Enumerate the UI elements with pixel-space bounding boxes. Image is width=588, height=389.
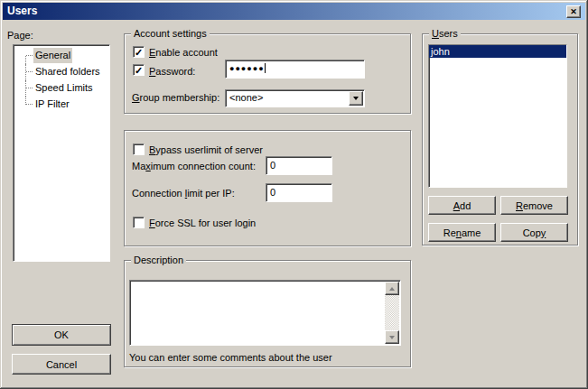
remove-button-label: Remove	[516, 200, 553, 211]
password-masked-value: ●●●●●●	[229, 64, 265, 73]
page-label: Page:	[7, 30, 33, 41]
add-button[interactable]: Add	[428, 196, 496, 215]
scroll-up-icon	[389, 287, 395, 291]
users-group-title: Users	[429, 28, 461, 40]
users-dialog: Users ✕ Page: General Shared folders Spe…	[0, 0, 588, 389]
max-connection-value: 0	[270, 160, 275, 171]
connection-limit-input[interactable]: 0	[266, 183, 332, 202]
add-button-label: Add	[453, 200, 471, 211]
account-settings-group: Account settings ✓ Enable account ✓ Pass…	[124, 33, 411, 114]
cancel-button-label: Cancel	[46, 359, 77, 370]
tree-line	[26, 104, 33, 105]
enable-account-label: Enable account	[149, 47, 218, 58]
user-name: john	[431, 46, 450, 57]
account-settings-title: Account settings	[131, 28, 210, 40]
scroll-up-button[interactable]	[385, 282, 399, 295]
connection-settings-group: Bypass userlimit of server Maximum conne…	[124, 130, 411, 246]
password-label: Password:	[149, 66, 195, 77]
tree-line	[25, 64, 26, 80]
description-hint: You can enter some comments about the us…	[129, 352, 332, 363]
tree-line	[26, 88, 33, 88]
group-membership-label: Group membership:	[132, 92, 219, 103]
copy-button[interactable]: Copy	[500, 223, 568, 242]
check-icon: ✓	[134, 65, 144, 75]
users-group: Users john Add Remove Rename Copy	[422, 33, 578, 245]
tree-line	[25, 56, 26, 64]
close-button[interactable]: ✕	[566, 5, 581, 18]
bypass-userlimit-label: Bypass userlimit of server	[149, 144, 263, 155]
remove-button[interactable]: Remove	[500, 196, 568, 215]
tree-item-label: Shared folders	[33, 64, 102, 79]
close-icon: ✕	[570, 8, 577, 16]
window-title: Users	[7, 5, 37, 17]
scroll-down-icon	[389, 336, 395, 339]
list-item-user[interactable]: john	[429, 45, 566, 58]
max-connection-input[interactable]: 0	[266, 156, 332, 175]
password-checkbox[interactable]: ✓	[133, 64, 145, 76]
force-ssl-label: Force SSL for user login	[149, 218, 256, 228]
password-input[interactable]: ●●●●●●	[225, 60, 365, 79]
enable-account-checkbox[interactable]: ✓	[133, 46, 145, 58]
scroll-down-button[interactable]	[385, 330, 399, 344]
users-listbox[interactable]: john	[428, 44, 567, 188]
tree-item-label: IP Filter	[33, 97, 71, 112]
tree-line	[26, 55, 33, 56]
description-group: Description You can enter some comments …	[124, 260, 411, 367]
page-tree-items: General Shared folders Speed Limits IP F…	[14, 46, 108, 260]
cancel-button[interactable]: Cancel	[12, 354, 111, 375]
sidebar-item-general[interactable]: General	[14, 48, 108, 64]
copy-button-label: Copy	[523, 227, 546, 238]
connection-limit-value: 0	[270, 187, 275, 198]
rename-button-label: Rename	[443, 227, 481, 238]
connection-limit-label: Connection limit per IP:	[132, 188, 235, 199]
description-textarea[interactable]	[129, 280, 401, 346]
group-membership-value: <none>	[229, 90, 263, 107]
text-caret	[265, 63, 266, 73]
group-membership-select[interactable]: <none>	[225, 89, 365, 107]
ok-button-label: OK	[54, 329, 69, 340]
tree-item-label: General	[33, 48, 72, 63]
tree-line	[26, 71, 33, 72]
combo-drop-button[interactable]	[349, 91, 363, 106]
rename-button[interactable]: Rename	[428, 223, 496, 242]
description-scrollbar[interactable]	[385, 282, 399, 344]
max-connection-label: Maximum connection count:	[132, 161, 256, 171]
tree-item-label: Speed Limits	[33, 80, 95, 96]
page-tree[interactable]: General Shared folders Speed Limits IP F…	[13, 44, 110, 262]
force-ssl-checkbox[interactable]	[133, 217, 145, 228]
sidebar-item-ip-filter[interactable]: IP Filter	[14, 97, 108, 113]
tree-line	[25, 80, 26, 97]
sidebar-item-speed-limits[interactable]: Speed Limits	[14, 80, 108, 97]
title-bar[interactable]: Users	[3, 3, 585, 20]
check-icon: ✓	[134, 47, 144, 57]
bypass-userlimit-checkbox[interactable]	[133, 144, 145, 155]
ok-button[interactable]: OK	[12, 324, 111, 346]
sidebar-item-shared-folders[interactable]: Shared folders	[14, 64, 108, 80]
chevron-down-icon	[353, 97, 359, 100]
description-title: Description	[131, 255, 186, 266]
